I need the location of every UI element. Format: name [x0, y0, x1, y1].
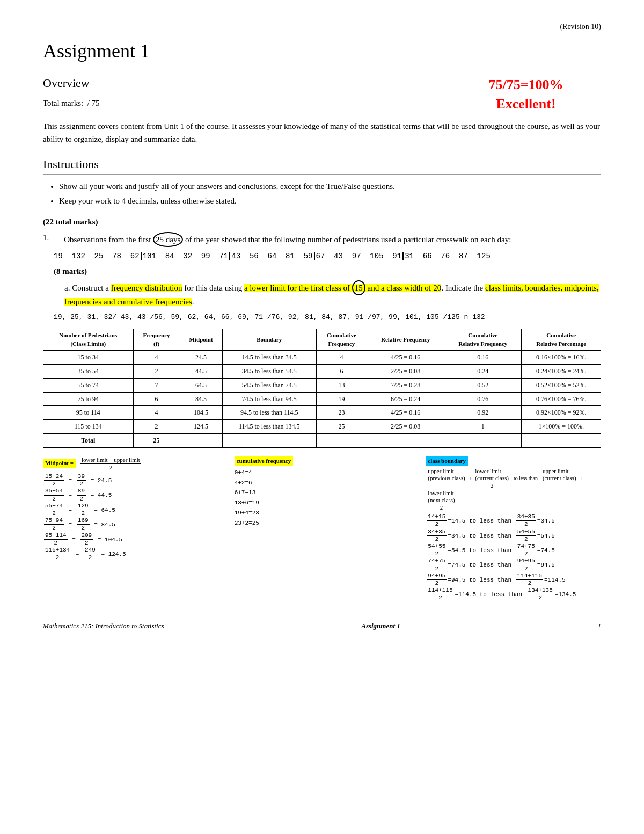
- table-cell: 6: [133, 392, 180, 406]
- page-footer: Mathematics 215: Introduction to Statist…: [43, 618, 601, 631]
- table-cell: 75 to 94: [43, 392, 134, 406]
- col-class-limits: Number of Pedestrians(Class Limits): [43, 329, 134, 351]
- page-title: Assignment 1: [43, 38, 601, 64]
- table-cell: 7/25 = 0.28: [367, 378, 444, 392]
- col-midpoint: Midpoint: [180, 329, 222, 351]
- table-cell: 4/25 = 0.16: [367, 406, 444, 420]
- table-cell: 15 to 34: [43, 351, 134, 365]
- table-row: 115 to 1342124.5114.5 to less than 134.5…: [43, 420, 601, 434]
- table-cell: 4/25 = 0.16: [367, 351, 444, 365]
- overview-description: This assignment covers content from Unit…: [43, 120, 601, 146]
- table-cell: 4: [133, 406, 180, 420]
- footer-left: Mathematics 215: Introduction to Statist…: [43, 621, 164, 631]
- table-cell: 0.16: [444, 351, 522, 365]
- table-total-cell: 25: [133, 433, 180, 447]
- table-total-cell: [316, 433, 367, 447]
- table-cell: 0.52: [444, 378, 522, 392]
- table-cell: 0.92×100% = 92%.: [522, 406, 601, 420]
- midpoint-label: Midpoint =: [43, 459, 76, 468]
- question-1-block: (22 total marks) 1. Observations from th…: [43, 216, 601, 602]
- sub-question-a: a. Construct a frequency distribution fo…: [64, 280, 601, 308]
- table-cell: 2/25 = 0.08: [367, 420, 444, 434]
- table-cell: 0.16×100% = 16%.: [522, 351, 601, 365]
- table-total-cell: [444, 433, 522, 447]
- table-cell: 124.5: [180, 420, 222, 434]
- boundary-calcs: 14+152=14.5 to less than 34+352=34.5 34+…: [426, 513, 601, 601]
- table-cell: 2: [133, 364, 180, 378]
- col-cumulative: CumulativeFrequency: [316, 329, 367, 351]
- midpoint-calcs: 15+242 = 392 = 24.5 35+542 = 892 = 44.5 …: [43, 473, 218, 561]
- circled-25: 25 days: [153, 232, 183, 247]
- table-cell: 4: [316, 351, 367, 365]
- table-cell: 0.24×100% = 24%.: [522, 364, 601, 378]
- table-cell: 84.5: [180, 392, 222, 406]
- cumfreq-calcs: 0+4=4 4+2=6 6+7=13 13+6=19 19+4=23 23+2=…: [235, 468, 410, 528]
- table-cell: 104.5: [180, 406, 222, 420]
- sub-marks: (8 marks): [54, 266, 601, 277]
- formula-row-1: Midpoint = lower limit + upper limit 2 1…: [43, 456, 601, 602]
- table-cell: 94.5 to less than 114.5: [222, 406, 316, 420]
- question-1-text: Observations from the first 25 days of t…: [64, 232, 511, 247]
- table-cell: 1×100% = 100%.: [522, 420, 601, 434]
- grade-fraction: 75/75=100%: [488, 77, 563, 92]
- table-cell: 34.5 to less than 54.5: [222, 364, 316, 378]
- table-cell: 74.5 to less than 94.5: [222, 392, 316, 406]
- table-total-cell: [180, 433, 222, 447]
- col-boundary: Boundary: [222, 329, 316, 351]
- table-cell: 0.76: [444, 392, 522, 406]
- revision-text: (Revision 10): [43, 21, 601, 32]
- cumfreq-formula-block: cumulative frequency 0+4=4 4+2=6 6+7=13 …: [235, 456, 410, 602]
- table-cell: 6: [316, 364, 367, 378]
- table-row: 55 to 74764.554.5 to less than 74.5137/2…: [43, 378, 601, 392]
- table-cell: 35 to 54: [43, 364, 134, 378]
- frequency-table: Number of Pedestrians(Class Limits) Freq…: [43, 329, 601, 447]
- table-row: 35 to 54244.534.5 to less than 54.562/25…: [43, 364, 601, 378]
- table-row: 15 to 34424.514.5 to less than 34.544/25…: [43, 351, 601, 365]
- total-marks-value: / 75: [87, 99, 100, 107]
- footer-center: Assignment 1: [361, 621, 400, 631]
- circled-15: 15: [352, 280, 365, 295]
- instruction-item-2: Keep your work to 4 decimals, unless oth…: [59, 195, 601, 207]
- table-cell: 4: [133, 351, 180, 365]
- table-total-cell: [522, 433, 601, 447]
- table-row: 75 to 94684.574.5 to less than 94.5196/2…: [43, 392, 601, 406]
- table-cell: 95 to 114: [43, 406, 134, 420]
- table-cell: 25: [316, 420, 367, 434]
- class-boundary-block-outer: class boundary upper limit(previous clas…: [426, 456, 601, 602]
- total-marks-row: Total marks: / 75: [43, 98, 440, 109]
- table-row: 95 to 1144104.594.5 to less than 114.523…: [43, 406, 601, 420]
- formulas-section: Midpoint = lower limit + upper limit 2 1…: [43, 456, 601, 602]
- table-cell: 2/25 = 0.08: [367, 364, 444, 378]
- table-total-cell: Total: [43, 433, 134, 447]
- table-cell: 6/25 = 0.24: [367, 392, 444, 406]
- table-total-cell: [222, 433, 316, 447]
- col-cum-relative: CumulativeRelative Frequency: [444, 329, 522, 351]
- midpoint-formula-block: Midpoint = lower limit + upper limit 2 1…: [43, 456, 218, 602]
- footer-page-num: 1: [597, 621, 601, 631]
- table-cell: 23: [316, 406, 367, 420]
- table-cell: 2: [133, 420, 180, 434]
- table-header-row: Number of Pedestrians(Class Limits) Freq…: [43, 329, 601, 351]
- grade-display: 75/75=100% Excellent!: [440, 75, 601, 114]
- col-cum-pct: CumulativeRelative Percentage: [522, 329, 601, 351]
- highlight-freq-dist: frequency distribution: [111, 284, 182, 292]
- instruction-item-1: Show all your work and justify all of yo…: [59, 181, 601, 192]
- table-cell: 19: [316, 392, 367, 406]
- handwritten-sorted-data: 19, 25, 31, 32/ 43, 43 /56, 59, 62, 64, …: [54, 313, 601, 322]
- table-cell: 0.92: [444, 406, 522, 420]
- highlight-lower: a lower limit for the first class of 15 …: [244, 284, 441, 292]
- grade-label: Excellent!: [496, 96, 555, 112]
- table-cell: 0.52×100% = 52%.: [522, 378, 601, 392]
- class-boundary-label: class boundary: [426, 456, 468, 466]
- col-frequency: Frequency(f): [133, 329, 180, 351]
- table-cell: 64.5: [180, 378, 222, 392]
- table-cell: 7: [133, 378, 180, 392]
- midpoint-frac: lower limit + upper limit 2: [80, 456, 141, 471]
- instructions-heading: Instructions: [43, 156, 601, 175]
- question-1-marks: (22 total marks): [43, 216, 601, 228]
- table-cell: 44.5: [180, 364, 222, 378]
- data-series: 19 132 25 78 62101 84 32 99 7143 56 64 8…: [54, 251, 601, 262]
- col-relative-freq: Relative Frequency: [367, 329, 444, 351]
- table-cell: 13: [316, 378, 367, 392]
- instructions-list: Show all your work and justify all of yo…: [59, 181, 601, 207]
